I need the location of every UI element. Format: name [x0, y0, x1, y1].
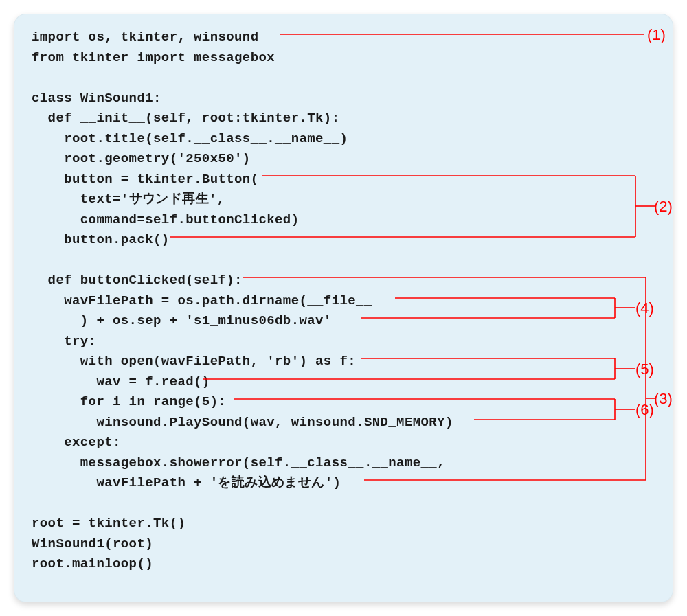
code-line: root = tkinter.Tk()	[32, 516, 185, 531]
code-line: try:	[32, 334, 96, 349]
code-line: button.pack()	[32, 232, 170, 247]
code-line: text='サウンド再生',	[32, 192, 225, 207]
code-panel: import os, tkinter, winsound from tkinte…	[14, 14, 673, 602]
code-block: import os, tkinter, winsound from tkinte…	[32, 27, 453, 575]
code-line: def buttonClicked(self):	[32, 273, 243, 288]
code-line: winsound.PlaySound(wav, winsound.SND_MEM…	[32, 415, 453, 430]
code-line: wav = f.read()	[32, 374, 210, 389]
code-line: with open(wavFilePath, 'rb') as f:	[32, 354, 356, 369]
code-line: for i in range(5):	[32, 394, 226, 409]
annotation-label: (1)	[647, 26, 666, 44]
code-line: import os, tkinter, winsound	[32, 30, 258, 45]
code-line: wavFilePath = os.path.dirname(__file__	[32, 293, 372, 308]
code-line: command=self.buttonClicked)	[32, 212, 299, 227]
code-line: root.geometry('250x50')	[32, 151, 251, 166]
code-line: from tkinter import messagebox	[32, 50, 275, 65]
code-line: def __init__(self, root:tkinter.Tk):	[32, 111, 339, 126]
code-line: root.mainloop()	[32, 556, 153, 571]
code-line: ) + os.sep + 's1_minus06db.wav'	[32, 313, 332, 328]
code-line: WinSound1(root)	[32, 536, 153, 551]
annotation-label: (2)	[654, 198, 673, 216]
code-line: wavFilePath + 'を読み込めません')	[32, 475, 341, 490]
code-line: root.title(self.__class__.__name__)	[32, 131, 348, 146]
annotation-label: (6)	[635, 401, 654, 419]
annotation-label: (5)	[635, 361, 654, 378]
code-line: class WinSound1:	[32, 91, 161, 106]
code-line: messagebox.showerror(self.__class__.__na…	[32, 455, 445, 470]
code-line: except:	[32, 435, 121, 450]
annotation-label: (3)	[654, 390, 673, 408]
code-line: button = tkinter.Button(	[32, 172, 258, 187]
annotation-label: (4)	[635, 299, 654, 317]
